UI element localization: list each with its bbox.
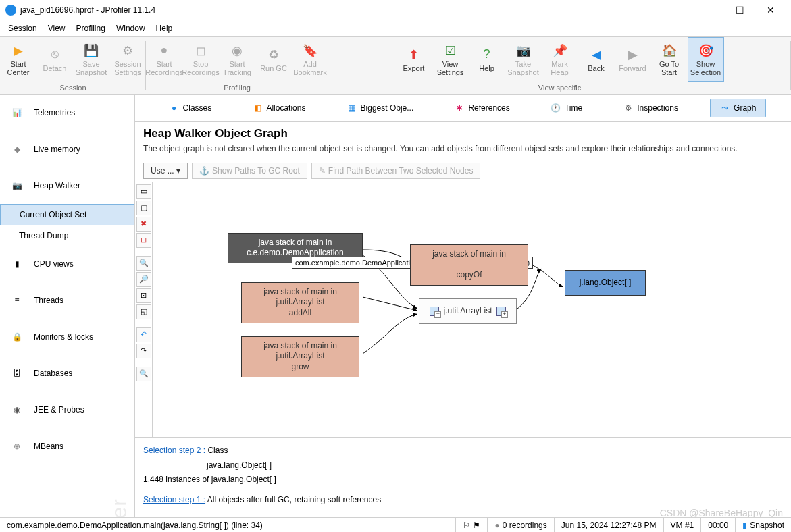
pin-icon: 📌	[552, 43, 568, 59]
tab-inspections[interactable]: ⚙Inspections	[614, 99, 688, 117]
menu-profiling[interactable]: Profiling	[71, 22, 111, 34]
tool-delete[interactable]: ✖	[136, 217, 151, 232]
tab-allocations[interactable]: ◧Allocations	[243, 99, 315, 117]
references-icon: ✱	[455, 103, 464, 113]
start-center-button[interactable]: ▶Start Center	[0, 37, 36, 82]
graph-node-copyof[interactable]: java stack of main in . copyOf	[410, 244, 528, 286]
sidebar-item-databases[interactable]: 🗄Databases	[0, 355, 134, 392]
tab-biggest-objects[interactable]: ▦Biggest Obje...	[338, 99, 424, 117]
detach-button[interactable]: ⎋Detach	[36, 37, 73, 82]
toolbar: ▶Start Center ⎋Detach 💾Save Snapshot ⚙Se…	[0, 36, 791, 95]
show-paths-button[interactable]: ⚓Show Paths To GC Root	[192, 163, 307, 179]
sidebar-item-thread-dump[interactable]: Thread Dump	[0, 225, 134, 246]
inspections-icon: ⚙	[623, 103, 633, 113]
graph-canvas[interactable]: java stack of main in c.e.demo.DemoAppli…	[153, 182, 791, 437]
menu-help[interactable]: Help	[151, 22, 178, 34]
tool-zoom-out[interactable]: 🔎	[136, 272, 151, 287]
start-tracking-button[interactable]: ◉Start Tracking	[219, 37, 255, 82]
selection-instances: 1,448 instances of java.lang.Object[ ]	[143, 473, 783, 487]
status-vm: VM #1	[663, 518, 701, 532]
group-label-view-specific: View specific	[538, 82, 581, 94]
lock-icon: 🔒	[8, 328, 26, 346]
sidebar-item-threads[interactable]: ≡Threads	[0, 282, 134, 319]
sidebar-item-current-object-set[interactable]: Current Object Set	[0, 204, 134, 225]
tool-expand[interactable]: ▢	[136, 201, 151, 215]
selection-class-name: java.lang.Object[ ]	[143, 458, 783, 473]
bookmark-icon: 🔖	[302, 43, 318, 59]
sidebar-item-monitors-locks[interactable]: 🔒Monitors & locks	[0, 319, 134, 355]
graph-node-addall[interactable]: java stack of main in j.util.ArrayList a…	[241, 282, 359, 323]
graph-node-object-array[interactable]: j.lang.Object[ ]	[565, 270, 646, 296]
minimize-button[interactable]: —	[694, 0, 725, 20]
back-button[interactable]: ◀Back	[578, 37, 615, 82]
detach-icon: ⎋	[47, 47, 63, 63]
biggest-icon: ▦	[347, 103, 357, 113]
group-label-session: Session	[59, 82, 86, 94]
app-icon	[5, 5, 16, 16]
menu-window[interactable]: Window	[111, 22, 151, 34]
tool-fit[interactable]: ▭	[136, 184, 151, 199]
tab-label: References	[468, 103, 509, 113]
tool-undo[interactable]: ↶	[136, 327, 151, 342]
mark-heap-button[interactable]: 📌Mark Heap	[542, 37, 578, 82]
help-button[interactable]: ?Help	[469, 37, 505, 82]
selection-step-1-link[interactable]: Selection step 1 :	[143, 495, 205, 504]
menu-view[interactable]: View	[43, 22, 71, 34]
tool-search[interactable]: 🔍	[136, 367, 151, 381]
take-snapshot-button[interactable]: 📷Take Snapshot	[505, 37, 542, 82]
forward-button[interactable]: ▶Forward	[615, 37, 651, 82]
expand-in-icon[interactable]	[430, 307, 439, 316]
export-button[interactable]: ⬆Export	[396, 37, 432, 82]
time-icon: 🕐	[551, 103, 561, 113]
menu-session[interactable]: Session	[3, 22, 43, 34]
tab-time[interactable]: 🕐Time	[542, 99, 592, 117]
page-description: The object graph is not cleared when the…	[143, 143, 783, 155]
graph-node-grow[interactable]: java stack of main in j.util.ArrayList g…	[241, 336, 359, 377]
tab-label: Biggest Obje...	[361, 103, 414, 113]
graph-toolbar: ▭ ▢ ✖ ⊟ 🔍 🔎 ⊡ ◱ ↶ ↷ 🔍	[135, 182, 153, 437]
add-bookmark-button[interactable]: 🔖Add Bookmark	[292, 37, 328, 82]
find-path-button[interactable]: ✎Find Path Between Two Selected Nodes	[311, 163, 481, 179]
run-gc-button[interactable]: ♻Run GC	[255, 37, 292, 82]
status-flags: ⚐⚑	[455, 518, 487, 532]
allocations-icon: ◧	[253, 103, 262, 113]
start-recordings-button[interactable]: ●Start Recordings	[146, 37, 182, 82]
close-button[interactable]: ✕	[755, 0, 786, 20]
view-settings-button[interactable]: ☑View Settings	[432, 37, 469, 82]
maximize-button[interactable]: ☐	[725, 0, 755, 20]
probes-icon: ◉	[8, 401, 26, 419]
tab-graph[interactable]: ⤳Graph	[710, 99, 766, 117]
tool-redo[interactable]: ↷	[136, 344, 151, 358]
tool-zoom-in[interactable]: 🔍	[136, 256, 151, 271]
group-label-profiling: Profiling	[224, 82, 251, 94]
goto-start-button[interactable]: 🏠Go To Start	[651, 37, 688, 82]
pencil-icon: ✎	[319, 166, 326, 176]
sidebar-label: Threads	[34, 296, 63, 305]
session-settings-button[interactable]: ⚙Session Settings	[109, 37, 146, 82]
tabbar: ●Classes ◧Allocations ▦Biggest Obje... ✱…	[135, 95, 791, 122]
selection-step-2-link[interactable]: Selection step 2 :	[143, 446, 205, 455]
tool-remove[interactable]: ⊟	[136, 233, 151, 248]
expand-out-icon[interactable]	[496, 307, 506, 316]
sidebar-label: JEE & Probes	[34, 405, 84, 415]
tab-classes[interactable]: ●Classes	[160, 99, 222, 117]
tool-zoom-fit[interactable]: ⊡	[136, 288, 151, 303]
sidebar-item-live-memory[interactable]: ◆Live memory	[0, 131, 134, 167]
forward-icon: ▶	[625, 47, 641, 63]
sidebar-item-heap-walker[interactable]: 📷Heap Walker	[0, 167, 134, 204]
save-snapshot-button[interactable]: 💾Save Snapshot	[73, 37, 109, 82]
status-recordings: ●0 recordings	[487, 518, 553, 532]
camera-icon: 📷	[515, 43, 532, 59]
sidebar-item-mbeans[interactable]: ⊕MBeans	[0, 428, 134, 464]
sidebar-item-cpu-views[interactable]: ▮CPU views	[0, 246, 134, 282]
use-dropdown[interactable]: Use ... ▾	[143, 163, 188, 179]
sidebar-item-jee-probes[interactable]: ◉JEE & Probes	[0, 392, 134, 428]
sidebar-item-telemetries[interactable]: 📊Telemetries	[0, 95, 134, 131]
stop-recordings-button[interactable]: ◻Stop Recordings	[182, 37, 219, 82]
tab-references[interactable]: ✱References	[445, 99, 519, 117]
show-selection-button[interactable]: 🎯Show Selection	[688, 37, 724, 82]
tool-zoom-100[interactable]: ◱	[136, 304, 151, 319]
menubar: Session View Profiling Window Help	[0, 20, 791, 36]
titlebar: java_pid16696.hprof - JProfiler 11.1.4 —…	[0, 0, 791, 20]
graph-node-arraylist[interactable]: j.util.ArrayList	[419, 298, 517, 324]
